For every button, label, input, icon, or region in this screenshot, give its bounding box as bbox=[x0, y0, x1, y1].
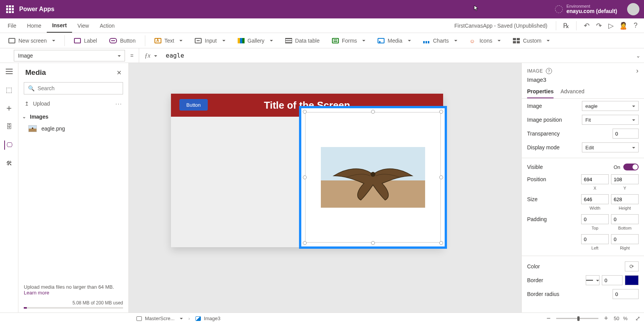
zoom-in-button[interactable]: + bbox=[602, 315, 610, 322]
canvas-button-control[interactable]: Button bbox=[179, 99, 208, 111]
expand-panel-button[interactable]: › bbox=[636, 67, 639, 75]
tab-advanced[interactable]: Advanced bbox=[560, 86, 584, 98]
resize-handle[interactable] bbox=[439, 175, 443, 179]
menu-home[interactable]: Home bbox=[22, 18, 47, 33]
environment-switcher[interactable]: Environment enayu.com (default) bbox=[555, 4, 617, 14]
prop-border-style[interactable] bbox=[586, 275, 600, 285]
insert-gallery-menu[interactable]: Gallery bbox=[232, 33, 278, 48]
preview-button[interactable]: ▷ bbox=[605, 20, 617, 32]
tab-properties[interactable]: Properties bbox=[527, 86, 554, 98]
prop-padding-right[interactable] bbox=[611, 234, 639, 244]
prop-transparency-input[interactable] bbox=[613, 129, 639, 139]
insert-button-button[interactable]: Button bbox=[104, 33, 141, 48]
insert-input-menu[interactable]: Input bbox=[189, 33, 230, 48]
section-images[interactable]: ⌄ Images bbox=[18, 111, 128, 123]
prop-color-picker[interactable]: ⟳ bbox=[625, 261, 639, 271]
prop-border-width[interactable] bbox=[602, 275, 623, 285]
zoom-slider[interactable] bbox=[556, 318, 598, 319]
search-input[interactable] bbox=[38, 85, 119, 91]
prop-display-mode-select[interactable]: Edit bbox=[582, 142, 639, 152]
close-panel-button[interactable]: ✕ bbox=[117, 69, 122, 76]
user-avatar[interactable] bbox=[627, 3, 639, 15]
sublabel-height: Height bbox=[611, 206, 639, 210]
prop-image-position-select[interactable]: Fit bbox=[582, 115, 639, 125]
prop-padding-bottom[interactable] bbox=[611, 214, 639, 224]
resize-handle[interactable] bbox=[439, 110, 443, 114]
insert-text-menu[interactable]: Text bbox=[149, 33, 188, 48]
input-icon bbox=[195, 38, 202, 43]
share-button[interactable]: 🙎 bbox=[617, 20, 629, 32]
zoom-value: 50 bbox=[614, 316, 619, 321]
prop-padding-left[interactable] bbox=[581, 234, 609, 244]
fit-to-window-button[interactable]: ⤢ bbox=[631, 315, 640, 322]
insert-forms-menu[interactable]: Forms bbox=[327, 33, 371, 48]
insert-media-menu[interactable]: Media bbox=[372, 33, 416, 48]
resize-handle[interactable] bbox=[439, 241, 443, 245]
more-options-button[interactable]: ··· bbox=[115, 101, 122, 107]
media-search[interactable]: 🔍 bbox=[24, 82, 123, 94]
breadcrumb-screen[interactable]: MasterScre... bbox=[136, 316, 183, 321]
canvas[interactable]: Button Title of the Screen bbox=[129, 63, 521, 312]
insert-custom-menu[interactable]: Custom bbox=[508, 33, 555, 48]
prop-size-width[interactable] bbox=[581, 194, 609, 204]
prop-transparency-label: Transparency bbox=[527, 131, 613, 137]
prop-position-x[interactable] bbox=[581, 174, 609, 184]
rail-insert[interactable]: + bbox=[5, 104, 14, 113]
menu-action[interactable]: Action bbox=[94, 18, 120, 33]
breadcrumb-control[interactable]: Image3 bbox=[196, 316, 220, 321]
button-icon bbox=[109, 38, 117, 43]
insert-label-button[interactable]: Label bbox=[69, 33, 102, 48]
app-header: Power Apps Environment enayu.com (defaul… bbox=[0, 0, 644, 18]
prop-visible-toggle[interactable] bbox=[623, 164, 639, 170]
zoom-out-button[interactable]: − bbox=[545, 315, 552, 322]
panel-title: Media bbox=[25, 68, 117, 77]
prop-border-radius-input[interactable] bbox=[613, 289, 639, 299]
redo-button[interactable]: ↷ bbox=[593, 20, 605, 32]
app-launcher-icon[interactable] bbox=[6, 5, 14, 13]
prop-image-select[interactable]: eagle bbox=[582, 101, 639, 111]
learn-more-link[interactable]: Learn more bbox=[24, 290, 49, 296]
rail-toggle[interactable] bbox=[5, 67, 14, 76]
sublabel-x: X bbox=[581, 186, 609, 190]
screen-icon bbox=[136, 316, 142, 321]
menu-view[interactable]: View bbox=[72, 18, 94, 33]
rail-media[interactable]: 🖵 bbox=[4, 141, 13, 150]
rail-data[interactable]: 🗄 bbox=[5, 122, 14, 131]
prop-size-label: Size bbox=[527, 196, 581, 202]
custom-icon bbox=[513, 38, 520, 43]
prop-position-y[interactable] bbox=[611, 174, 639, 184]
sublabel-right: Right bbox=[611, 246, 639, 250]
media-item[interactable]: eagle.png bbox=[18, 123, 128, 134]
expand-formula-button[interactable]: ⌄ bbox=[632, 53, 644, 59]
resize-handle[interactable] bbox=[303, 241, 307, 245]
menu-file[interactable]: File bbox=[2, 18, 22, 33]
chevron-down-icon: ⌄ bbox=[22, 114, 26, 119]
insert-icons-menu[interactable]: Icons bbox=[464, 33, 506, 48]
prop-padding-top[interactable] bbox=[581, 214, 609, 224]
selected-image-control[interactable] bbox=[299, 106, 447, 249]
new-screen-button[interactable]: New screen bbox=[3, 33, 61, 48]
insert-charts-menu[interactable]: Charts bbox=[418, 33, 463, 48]
control-name: Image3 bbox=[522, 75, 644, 86]
help-button[interactable]: ? bbox=[629, 20, 642, 32]
resize-handle[interactable] bbox=[371, 110, 375, 114]
rail-advanced-tools[interactable]: 🛠 bbox=[5, 159, 14, 168]
property-selector[interactable]: Image bbox=[14, 50, 125, 61]
charts-icon bbox=[423, 38, 430, 43]
app-checker-icon[interactable]: ℞ bbox=[560, 20, 572, 32]
search-icon: 🔍 bbox=[28, 85, 34, 91]
insert-datatable-button[interactable]: Data table bbox=[280, 33, 325, 48]
resize-handle[interactable] bbox=[371, 241, 375, 245]
prop-size-height[interactable] bbox=[611, 194, 639, 204]
resize-handle[interactable] bbox=[303, 175, 307, 179]
resize-handle[interactable] bbox=[303, 110, 307, 114]
undo-button[interactable]: ↶ bbox=[580, 20, 593, 32]
upload-button[interactable]: Upload bbox=[33, 101, 50, 107]
formula-input[interactable] bbox=[163, 50, 632, 61]
menu-insert[interactable]: Insert bbox=[47, 18, 72, 33]
fx-button[interactable]: ƒx bbox=[139, 48, 163, 63]
statusbar: MasterScre... › Image3 − + 50 % ⤢ bbox=[0, 312, 644, 324]
prop-border-color[interactable] bbox=[625, 275, 639, 285]
rail-tree-view[interactable]: ⬚ bbox=[5, 85, 14, 94]
info-icon[interactable]: ? bbox=[546, 68, 552, 74]
